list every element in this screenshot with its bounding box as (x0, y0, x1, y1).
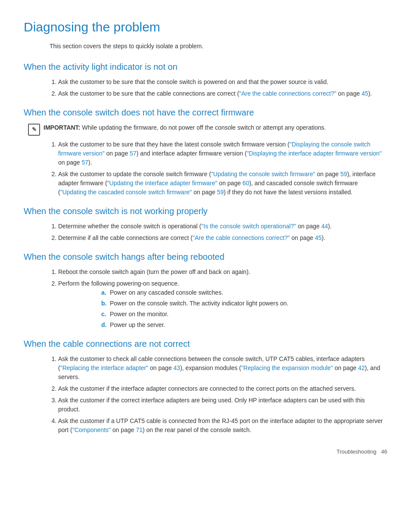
link-page-71[interactable]: 71 (136, 426, 143, 433)
section-not-working: When the console switch is not working p… (24, 205, 387, 243)
not-working-list: Determine whether the console switch is … (58, 222, 387, 243)
section-cable-connections: When the cable connections are not corre… (24, 337, 387, 435)
list-item: Ask the customer to be sure that the con… (58, 78, 387, 87)
list-item: Perform the following powering-on sequen… (58, 279, 387, 330)
page-title: Diagnosing the problem (24, 17, 387, 37)
footer-page: 46 (381, 448, 387, 456)
link-page-42[interactable]: 42 (358, 364, 365, 371)
link-page-57b[interactable]: 57 (82, 159, 89, 166)
link-page-44[interactable]: 44 (321, 223, 328, 230)
page-footer: Troubleshooting 46 (24, 448, 387, 456)
alpha-item-c: c. Power on the monitor. (101, 310, 387, 319)
link-updating-cascaded-fw[interactable]: "Updating the cascaded console switch fi… (60, 189, 192, 196)
firmware-list: Ask the customer to be sure that they ha… (58, 140, 387, 197)
list-item: Determine whether the console switch is … (58, 222, 387, 231)
intro-text: This section covers the steps to quickly… (50, 42, 387, 51)
important-text: IMPORTANT: While updating the firmware, … (44, 123, 326, 132)
section-firmware: When the console switch does not have th… (24, 106, 387, 197)
link-displaying-adapter-fw[interactable]: "Displaying the interface adapter firmwa… (247, 150, 382, 157)
footer-label: Troubleshooting (336, 448, 377, 456)
link-replacing-expansion[interactable]: "Replacing the expansion module" (241, 364, 333, 371)
list-item: Ask the customer to update the console s… (58, 170, 387, 197)
alpha-item-b: b. Power on the console switch. The acti… (101, 299, 387, 308)
alpha-item-d: d. Power up the server. (101, 320, 387, 330)
list-item: Reboot the console switch again (turn th… (58, 268, 387, 277)
cable-connections-list: Ask the customer to check all cable conn… (58, 355, 387, 435)
hangs-rebooted-list: Reboot the console switch again (turn th… (58, 268, 387, 330)
link-replacing-adapter[interactable]: "Replacing the interface adapter" (60, 364, 149, 371)
section-hangs-rebooted: When the console switch hangs after bein… (24, 250, 387, 330)
link-page-43[interactable]: 43 (174, 364, 181, 371)
section-heading-hangs-rebooted: When the console switch hangs after bein… (24, 250, 387, 263)
section-heading-activity-light: When the activity light indicator is not… (24, 60, 387, 73)
link-page-59a[interactable]: 59 (340, 171, 347, 177)
link-cable-connections-1[interactable]: "Are the cable connections correct?" (239, 90, 336, 97)
link-page-59b[interactable]: 59 (217, 189, 224, 196)
alpha-item-a: a. Power on any cascaded console switche… (101, 288, 387, 297)
link-page-45-1[interactable]: 45 (361, 90, 368, 97)
list-item: Ask the customer if the interface adapte… (58, 384, 387, 393)
section-heading-cable-connections: When the cable connections are not corre… (24, 337, 387, 350)
section-heading-firmware: When the console switch does not have th… (24, 106, 387, 119)
list-item: Ask the customer to be sure that they ha… (58, 140, 387, 167)
link-updating-fw[interactable]: "Updating the console switch firmware" (211, 171, 315, 177)
list-item: Ask the customer to check all cable conn… (58, 355, 387, 382)
link-operational[interactable]: "Is the console switch operational?" (201, 223, 296, 230)
list-item: Ask the customer if the correct interfac… (58, 396, 387, 414)
list-item: Ask the customer to be sure that the cab… (58, 89, 387, 98)
link-cable-correct-2[interactable]: "Are the cable connections correct?" (193, 234, 290, 241)
link-page-45-2[interactable]: 45 (315, 234, 322, 241)
activity-light-list: Ask the customer to be sure that the con… (58, 78, 387, 98)
link-page-57a[interactable]: 57 (130, 150, 137, 157)
link-components[interactable]: "Components" (72, 426, 111, 433)
list-item: Determine if all the cable connections a… (58, 233, 387, 243)
section-heading-not-working: When the console switch is not working p… (24, 205, 387, 218)
list-item: Ask the customer if a UTP CAT5 cable is … (58, 417, 387, 435)
important-icon: ✎ (28, 124, 40, 136)
section-activity-light: When the activity light indicator is not… (24, 60, 387, 98)
link-page-60[interactable]: 60 (243, 180, 249, 187)
link-updating-adapter-fw[interactable]: "Updating the interface adapter firmware… (107, 180, 218, 187)
alpha-sublist: a. Power on any cascaded console switche… (101, 288, 387, 330)
important-box: ✎ IMPORTANT: While updating the firmware… (28, 123, 387, 136)
